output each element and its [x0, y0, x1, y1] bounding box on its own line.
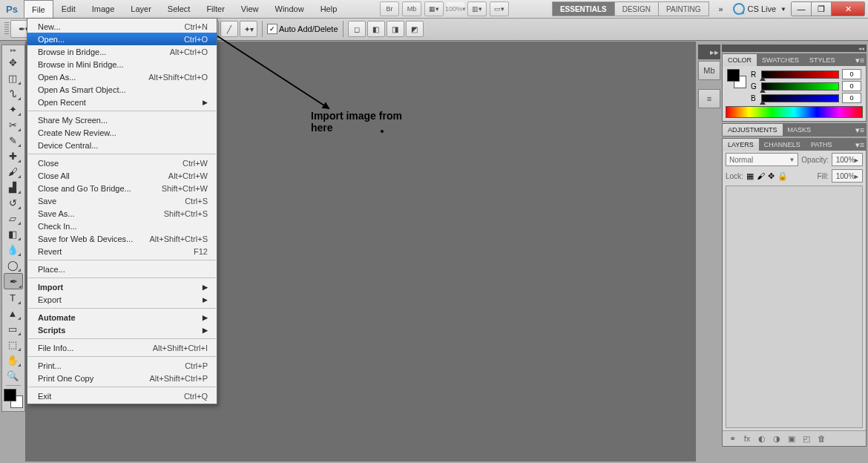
- minimize-button[interactable]: —: [792, 2, 812, 16]
- file-menu-create-new-review[interactable]: Create New Review...: [27, 126, 217, 139]
- color-panel-menu[interactable]: ▾≡: [854, 54, 866, 66]
- workspace-essentials[interactable]: ESSENTIALS: [553, 2, 615, 16]
- file-menu-import[interactable]: Import▶: [27, 280, 217, 293]
- foreground-background-swatch[interactable]: [4, 389, 23, 408]
- tab-paths[interactable]: PATHS: [806, 139, 838, 151]
- custom-shape-icon[interactable]: ✦▾: [240, 21, 257, 37]
- tab-masks[interactable]: MASKS: [783, 124, 817, 136]
- type-tool[interactable]: T: [4, 290, 22, 305]
- b-value[interactable]: 0: [842, 93, 861, 103]
- file-menu-save-as[interactable]: Save As...Shift+Ctrl+S: [27, 207, 217, 220]
- magic-wand-tool[interactable]: ✦: [4, 102, 22, 116]
- menu-view[interactable]: View: [233, 0, 267, 18]
- auto-add-delete-checkbox[interactable]: ✓: [267, 24, 277, 34]
- tab-layers[interactable]: LAYERS: [723, 139, 759, 151]
- adjustments-panel-menu[interactable]: ▾≡: [854, 124, 866, 136]
- file-menu-close-all[interactable]: Close AllAlt+Ctrl+W: [27, 169, 217, 182]
- workspace-painting[interactable]: PAINTING: [659, 2, 708, 16]
- tab-channels[interactable]: CHANNELS: [759, 139, 806, 151]
- file-menu-exit[interactable]: ExitCtrl+Q: [27, 390, 217, 402]
- menu-help[interactable]: Help: [312, 0, 346, 18]
- eraser-tool[interactable]: ▱: [4, 211, 22, 226]
- file-menu-check-in[interactable]: Check In...: [27, 220, 217, 232]
- restore-button[interactable]: ❐: [812, 2, 832, 16]
- arrange-documents-button[interactable]: ▥▾: [467, 1, 487, 16]
- layer-style-icon[interactable]: fx: [742, 433, 752, 444]
- gradient-tool[interactable]: ◧: [4, 226, 22, 241]
- file-menu-automate[interactable]: Automate▶: [27, 311, 217, 324]
- tab-swatches[interactable]: SWATCHES: [757, 54, 804, 66]
- foreground-color-swatch[interactable]: [4, 389, 16, 401]
- lock-all-icon[interactable]: 🔒: [777, 171, 788, 181]
- file-menu-new[interactable]: New...Ctrl+N: [27, 20, 217, 33]
- file-menu-print-one-copy[interactable]: Print One CopyAlt+Shift+Ctrl+P: [27, 372, 217, 384]
- new-layer-icon[interactable]: ◰: [801, 433, 812, 444]
- mini-bridge-button[interactable]: Mb: [402, 1, 421, 16]
- blend-mode-select[interactable]: Normal▼: [726, 153, 798, 166]
- screen-mode-button[interactable]: ▭▾: [490, 1, 509, 16]
- file-menu-revert[interactable]: RevertF12: [27, 245, 217, 257]
- dock-collapse[interactable]: ◂◂: [722, 45, 867, 52]
- lock-pixels-icon[interactable]: 🖌: [757, 171, 765, 180]
- history-brush-tool[interactable]: ↺: [4, 195, 22, 210]
- fill-value[interactable]: 100% ▸: [832, 169, 863, 183]
- zoom-tool[interactable]: 🔍: [4, 368, 22, 383]
- line-shape-icon[interactable]: ╱: [220, 21, 238, 37]
- close-button[interactable]: ✕: [832, 2, 864, 16]
- g-slider[interactable]: [761, 82, 839, 91]
- file-menu-close[interactable]: CloseCtrl+W: [27, 157, 217, 169]
- layers-list[interactable]: [726, 185, 863, 428]
- file-menu-open[interactable]: Open...Ctrl+O: [27, 33, 217, 45]
- blur-tool[interactable]: 💧: [4, 242, 22, 257]
- file-menu-share-my-screen[interactable]: Share My Screen...: [27, 114, 217, 126]
- mini-dock-collapse[interactable]: ▸▸: [698, 45, 720, 59]
- history-panel-icon[interactable]: ≡: [698, 89, 720, 108]
- file-menu-save-for-web-devices[interactable]: Save for Web & Devices...Alt+Shift+Ctrl+…: [27, 232, 217, 245]
- link-layers-icon[interactable]: ⚭: [727, 433, 737, 444]
- file-menu-save[interactable]: SaveCtrl+S: [27, 194, 217, 207]
- cs-live-button[interactable]: CS Live▼: [729, 3, 791, 15]
- lock-transparency-icon[interactable]: ▦: [746, 171, 754, 181]
- shape-tool[interactable]: ▭: [4, 321, 22, 336]
- file-menu-close-and-go-to-bridge[interactable]: Close and Go To Bridge...Shift+Ctrl+W: [27, 182, 217, 194]
- workspace-switcher[interactable]: ESSENTIALS DESIGN PAINTING: [552, 1, 709, 16]
- r-slider[interactable]: [761, 70, 839, 79]
- healing-brush-tool[interactable]: ✚: [4, 148, 22, 163]
- path-op-subtract[interactable]: ◧: [367, 21, 385, 37]
- lasso-tool[interactable]: ᔐ: [4, 86, 22, 101]
- launch-bridge-button[interactable]: Br: [380, 1, 399, 16]
- workspace-design[interactable]: DESIGN: [615, 2, 659, 16]
- file-menu-browse-in-bridge[interactable]: Browse in Bridge...Alt+Ctrl+O: [27, 45, 217, 58]
- layer-mask-icon[interactable]: ◐: [757, 433, 767, 444]
- r-value[interactable]: 0: [842, 69, 861, 79]
- layer-group-icon[interactable]: ▣: [786, 433, 797, 444]
- move-tool[interactable]: ✥: [4, 55, 22, 70]
- file-menu-print[interactable]: Print...Ctrl+P: [27, 359, 217, 372]
- color-spectrum[interactable]: [726, 106, 863, 118]
- delete-layer-icon[interactable]: 🗑: [816, 433, 826, 444]
- eyedropper-tool[interactable]: ✎: [4, 133, 22, 148]
- file-menu-export[interactable]: Export▶: [27, 293, 217, 306]
- hand-tool[interactable]: ✋: [4, 352, 22, 367]
- lock-position-icon[interactable]: ✥: [768, 171, 775, 181]
- menu-window[interactable]: Window: [267, 0, 312, 18]
- file-menu-open-as-smart-object[interactable]: Open As Smart Object...: [27, 83, 217, 96]
- menu-edit[interactable]: Edit: [53, 0, 84, 18]
- menu-select[interactable]: Select: [160, 0, 199, 18]
- menu-image[interactable]: Image: [84, 0, 123, 18]
- b-slider[interactable]: [761, 94, 839, 102]
- grip-handle[interactable]: [4, 22, 9, 36]
- tab-color[interactable]: COLOR: [723, 54, 757, 66]
- pen-tool[interactable]: ✒: [4, 273, 23, 289]
- file-menu-open-recent[interactable]: Open Recent▶: [27, 96, 217, 108]
- file-menu-file-info[interactable]: File Info...Alt+Shift+Ctrl+I: [27, 341, 217, 354]
- file-menu-browse-in-mini-bridge[interactable]: Browse in Mini Bridge...: [27, 58, 217, 70]
- path-selection-tool[interactable]: ▲: [4, 306, 22, 321]
- mini-bridge-panel-icon[interactable]: Mb: [698, 61, 720, 80]
- path-op-exclude[interactable]: ◩: [406, 21, 424, 37]
- brush-tool[interactable]: 🖌: [4, 164, 22, 179]
- path-op-intersect[interactable]: ◨: [387, 21, 404, 37]
- crop-tool[interactable]: ✂: [4, 117, 22, 132]
- workspace-more[interactable]: »: [714, 4, 729, 13]
- view-extras-button[interactable]: ▦▾: [424, 1, 444, 16]
